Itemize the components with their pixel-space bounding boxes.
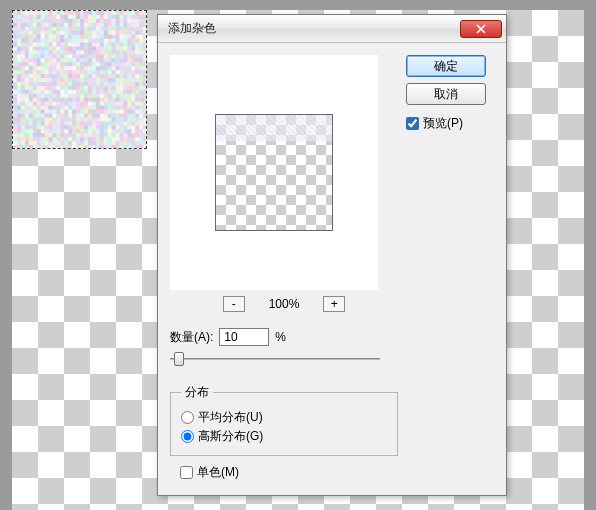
close-button[interactable] — [460, 20, 502, 38]
titlebar[interactable]: 添加杂色 — [158, 15, 506, 43]
zoom-out-button[interactable]: - — [223, 296, 245, 312]
preview-checkbox-row[interactable]: 预览(P) — [406, 115, 494, 132]
amount-unit: % — [275, 330, 286, 344]
monochrome-row[interactable]: 单色(M) — [170, 456, 398, 485]
add-noise-dialog: 添加杂色 - 100% + 数量(A): % — [157, 14, 507, 496]
zoom-value: 100% — [269, 297, 300, 311]
monochrome-label: 单色(M) — [197, 464, 239, 481]
selection-marquee — [12, 10, 147, 149]
distribution-group: 分布 平均分布(U) 高斯分布(G) — [170, 384, 398, 456]
preview-noise — [216, 115, 332, 141]
preview-checkbox[interactable] — [406, 117, 419, 130]
gaussian-radio-row[interactable]: 高斯分布(G) — [181, 428, 387, 445]
dialog-title: 添加杂色 — [168, 20, 216, 37]
amount-label: 数量(A): — [170, 329, 213, 346]
amount-input[interactable] — [219, 328, 269, 346]
distribution-legend: 分布 — [181, 384, 213, 401]
uniform-label: 平均分布(U) — [198, 409, 263, 426]
preview-panel — [170, 55, 378, 290]
preview-image[interactable] — [215, 114, 333, 231]
amount-slider[interactable] — [170, 350, 380, 368]
gaussian-label: 高斯分布(G) — [198, 428, 263, 445]
monochrome-checkbox[interactable] — [180, 466, 193, 479]
gaussian-radio[interactable] — [181, 430, 194, 443]
zoom-in-button[interactable]: + — [323, 296, 345, 312]
uniform-radio[interactable] — [181, 411, 194, 424]
ok-button[interactable]: 确定 — [406, 55, 486, 77]
cancel-button[interactable]: 取消 — [406, 83, 486, 105]
close-icon — [476, 24, 486, 34]
preview-label: 预览(P) — [423, 115, 463, 132]
uniform-radio-row[interactable]: 平均分布(U) — [181, 409, 387, 426]
slider-thumb[interactable] — [174, 352, 184, 366]
